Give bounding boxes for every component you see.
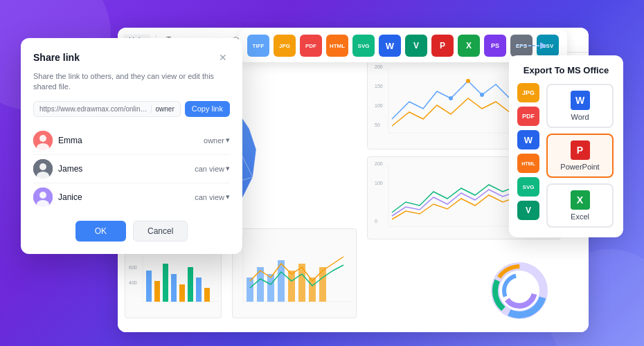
svg-text:50: 50: [375, 122, 380, 127]
export-word-item[interactable]: W Word: [546, 84, 614, 128]
svg-rect-37: [298, 264, 305, 302]
ppt-icon[interactable]: P: [431, 35, 454, 57]
export-side-icons: JPG PDF W HTML SVG V: [517, 83, 539, 220]
svg-point-47: [39, 135, 46, 142]
permission-emma[interactable]: owner ▾: [204, 136, 230, 145]
visio-icon[interactable]: V: [405, 35, 427, 57]
word-label: Word: [571, 113, 589, 121]
export-panel: Export To MS Office JPG PDF W HTML SVG V…: [509, 55, 623, 237]
svg-point-50: [39, 163, 46, 170]
export-ppt-item[interactable]: P PowerPoint: [546, 134, 614, 178]
excel-label: Excel: [571, 212, 589, 221]
export-items: W Word P PowerPoint X Excel: [546, 84, 614, 228]
link-permission[interactable]: owner: [151, 105, 175, 113]
html-icon[interactable]: HTML: [326, 35, 348, 57]
dialog-title: Share link: [33, 52, 80, 63]
svg-text:0: 0: [375, 219, 377, 224]
users-list: Emma owner ▾ James can view ▾ Jani: [33, 127, 230, 211]
export-html-icon[interactable]: HTML: [517, 154, 539, 173]
ppt-export-icon: P: [571, 140, 590, 160]
word-export-icon: W: [571, 91, 590, 110]
svg-point-10: [480, 93, 484, 97]
link-row: https://www.edrawmax.com/online/fil owne…: [33, 101, 230, 117]
username-james: James: [58, 164, 82, 174]
svg-text:100: 100: [375, 181, 383, 185]
user-info-emma: Emma: [33, 131, 82, 150]
dialog-actions: OK Cancel: [33, 221, 230, 242]
link-url: https://www.edrawmax.com/online/fil: [39, 105, 151, 113]
svg-rect-25: [171, 274, 177, 302]
svg-text:200: 200: [375, 64, 383, 69]
excel-export-icon: X: [571, 190, 590, 210]
export-visio-icon[interactable]: V: [517, 201, 539, 220]
export-excel-item[interactable]: X Excel: [546, 183, 614, 228]
tiff-icon[interactable]: TIFF: [247, 35, 269, 57]
svg-text:100: 100: [375, 103, 383, 108]
svg-rect-27: [188, 267, 193, 302]
export-pdf-icon[interactable]: PDF: [517, 107, 539, 126]
dialog-description: Share the link to others, and they can v…: [33, 71, 230, 93]
user-row-janice: Janice can view ▾: [33, 183, 230, 211]
svg-text:200: 200: [375, 161, 383, 166]
svg-text:150: 150: [375, 84, 383, 89]
export-jpg-icon[interactable]: JPG: [517, 83, 539, 102]
user-row-emma: Emma owner ▾: [33, 127, 230, 155]
svg-rect-32: [247, 277, 253, 302]
jpg-icon[interactable]: JPG: [274, 35, 296, 57]
dialog-header: Share link ✕: [33, 51, 230, 64]
arrow-indicator: [512, 39, 547, 55]
svg-point-8: [449, 96, 453, 100]
svg-rect-34: [267, 274, 274, 302]
username-emma: Emma: [58, 136, 82, 145]
svg-rect-24: [163, 264, 168, 302]
svg-point-53: [39, 192, 46, 199]
svg-rect-29: [204, 288, 210, 302]
chart-mixed: [232, 228, 357, 318]
pdf-icon[interactable]: PDF: [300, 35, 322, 57]
cancel-button[interactable]: Cancel: [133, 221, 188, 242]
ok-button[interactable]: OK: [75, 221, 126, 242]
word-icon[interactable]: W: [379, 35, 401, 57]
ps-icon[interactable]: PS: [484, 35, 506, 57]
svg-marker-1: [540, 42, 547, 49]
avatar-james: [33, 159, 53, 179]
username-janice: Janice: [58, 192, 82, 202]
permission-james[interactable]: can view ▾: [195, 164, 230, 173]
svg-text:400: 400: [129, 280, 137, 285]
svg-rect-23: [154, 281, 160, 302]
ppt-label: PowerPoint: [560, 163, 599, 171]
export-word-side-icon[interactable]: W: [517, 130, 539, 149]
svg-text:600: 600: [129, 265, 137, 270]
user-info-janice: Janice: [33, 188, 82, 207]
svg-rect-28: [196, 277, 202, 302]
svg-icon[interactable]: SVG: [352, 35, 375, 57]
user-row-james: James can view ▾: [33, 155, 230, 183]
avatar-janice: [33, 188, 53, 207]
svg-rect-26: [179, 284, 185, 302]
copy-link-button[interactable]: Copy link: [185, 101, 230, 117]
svg-point-9: [466, 79, 470, 83]
user-info-james: James: [33, 159, 82, 179]
svg-rect-36: [288, 271, 295, 302]
avatar-emma: [33, 131, 53, 150]
svg-rect-22: [146, 271, 152, 302]
permission-janice[interactable]: can view ▾: [195, 192, 230, 201]
excel-icon[interactable]: X: [458, 35, 480, 57]
close-button[interactable]: ✕: [216, 51, 230, 64]
export-svg-icon[interactable]: SVG: [517, 177, 539, 197]
donut-chart: [485, 256, 554, 325]
link-input-container: https://www.edrawmax.com/online/fil owne…: [33, 101, 181, 117]
share-dialog: Share link ✕ Share the link to others, a…: [21, 38, 242, 254]
export-title: Export To MS Office: [519, 65, 614, 75]
